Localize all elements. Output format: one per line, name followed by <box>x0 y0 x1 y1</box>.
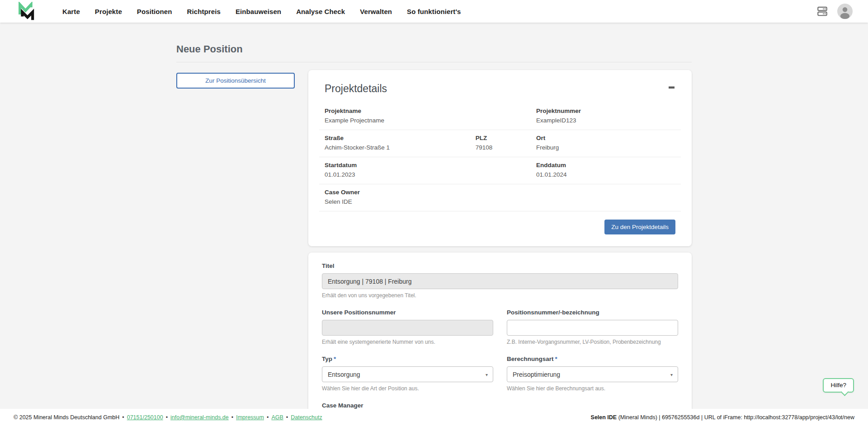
page-title: Neue Position <box>176 43 692 55</box>
nav-item-karte[interactable]: Karte <box>62 8 80 15</box>
title-divider <box>176 62 692 62</box>
new-position-form-card: Titel Erhält den von uns vorgegebenen Ti… <box>308 253 692 426</box>
required-asterisk: * <box>555 356 557 362</box>
nav-menu: Karte Projekte Positionen Richtpreis Ein… <box>62 8 461 15</box>
footer-phone-link[interactable]: 07151/250100 <box>127 414 163 421</box>
go-to-project-details-button[interactable]: Zu den Projektdetails <box>604 220 675 234</box>
field-startdatum: Startdatum 01.01.2023 <box>325 161 536 178</box>
project-row-owner: Case Owner Selen IDE <box>319 184 681 211</box>
database-icon[interactable] <box>816 5 828 17</box>
positionsnummer-input[interactable] <box>507 320 678 336</box>
minus-icon <box>669 86 675 89</box>
field-projektname: Projektname Example Projectname <box>325 107 536 124</box>
unsere-positionsnummer-label: Unsere Positionsnummer <box>322 309 493 316</box>
nav-item-so-funktionierts[interactable]: So funktioniert's <box>407 8 461 15</box>
berechnungsart-helper: Wählen Sie hier die Berechnungsart aus. <box>507 385 678 392</box>
field-strasse: Straße Achim-Stocker-Straße 1 <box>325 134 476 151</box>
footer-email-link[interactable]: info@mineral-minds.de <box>170 414 229 421</box>
berechnungsart-select[interactable]: Preisoptimierung ▾ <box>507 366 678 382</box>
typ-label: Typ* <box>322 356 493 362</box>
project-row-address: Straße Achim-Stocker-Straße 1 PLZ 79108 … <box>319 130 681 157</box>
case-manager-label: Case Manager <box>322 402 493 409</box>
required-asterisk: * <box>334 356 336 362</box>
footer-agb-link[interactable]: AGB <box>271 414 283 421</box>
footer: © 2025 Mineral Minds Deutschland GmbH • … <box>0 409 868 426</box>
project-card-title: Projektdetails <box>325 83 387 95</box>
nav-item-einbauweisen[interactable]: Einbauweisen <box>236 8 281 15</box>
nav-item-projekte[interactable]: Projekte <box>95 8 122 15</box>
project-row-dates: Startdatum 01.01.2023 Enddatum 01.01.202… <box>319 157 681 184</box>
mineral-minds-logo[interactable] <box>16 2 37 21</box>
field-case-owner: Case Owner Selen IDE <box>325 188 360 206</box>
titel-helper: Erhält den von uns vorgegebenen Titel. <box>322 292 678 299</box>
positionsnummer-label: Positionsnummer/-bezeichnung <box>507 309 678 316</box>
field-ort: Ort Freiburg <box>536 134 675 151</box>
field-enddatum: Enddatum 01.01.2024 <box>536 161 675 178</box>
back-to-positions-button[interactable]: Zur Positionsübersicht <box>176 73 295 89</box>
nav-item-richtpreis[interactable]: Richtpreis <box>187 8 221 15</box>
unsere-positionsnummer-input <box>322 320 493 336</box>
berechnungsart-label: Berechnungsart* <box>507 356 678 362</box>
positionsnummer-helper: Z.B. Interne-Vorgangsnummer, LV-Position… <box>507 339 678 345</box>
chevron-down-icon: ▾ <box>486 372 488 377</box>
unsere-positionsnummer-helper: Erhält eine systemgenerierte Nummer von … <box>322 339 493 345</box>
footer-datenschutz-link[interactable]: Datenschutz <box>291 414 322 421</box>
chevron-down-icon: ▾ <box>670 372 673 377</box>
help-button[interactable]: Hilfe? <box>823 378 854 393</box>
main-content: Neue Position Zur Positionsübersicht Pro… <box>176 23 692 426</box>
top-navbar: Karte Projekte Positionen Richtpreis Ein… <box>0 0 868 23</box>
typ-helper: Wählen Sie hier die Art der Position aus… <box>322 385 493 392</box>
field-plz: PLZ 79108 <box>476 134 536 151</box>
project-details-card: Projektdetails Projektname Example Proje… <box>308 70 692 246</box>
footer-impressum-link[interactable]: Impressum <box>236 414 264 421</box>
collapse-card-button[interactable] <box>668 84 675 91</box>
account-avatar-icon[interactable] <box>837 4 853 19</box>
titel-input <box>322 273 678 289</box>
footer-copyright: © 2025 Mineral Minds Deutschland GmbH <box>14 414 119 421</box>
nav-item-analyse-check[interactable]: Analyse Check <box>296 8 345 15</box>
project-row-name-number: Projektname Example Projectname Projektn… <box>319 103 681 130</box>
typ-select[interactable]: Entsorgung ▾ <box>322 366 493 382</box>
nav-item-positionen[interactable]: Positionen <box>137 8 172 15</box>
session-info: Selen IDE (Mineral Minds) | 69576255536d… <box>591 414 854 421</box>
field-projektnummer: Projektnummer ExampleID123 <box>536 107 675 124</box>
nav-item-verwalten[interactable]: Verwalten <box>360 8 392 15</box>
titel-label: Titel <box>322 262 678 269</box>
